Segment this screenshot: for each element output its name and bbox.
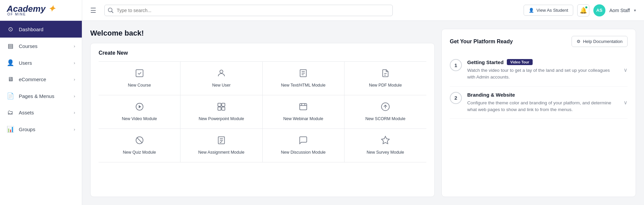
sidebar-item-label: Courses (19, 43, 38, 49)
notification-badge (585, 6, 588, 9)
step-2-number: 2 (450, 92, 462, 104)
sidebar: Academy ✦ OF MINE ⊙ Dashboard ▤ Courses … (0, 0, 82, 205)
step-2-desc: Configure the theme color and branding o… (467, 100, 618, 113)
help-doc-label: Help Documentation (583, 39, 623, 44)
svg-line-20 (137, 138, 142, 143)
sidebar-item-pages-menus[interactable]: 📄 Pages & Menus › (0, 88, 82, 104)
sidebar-item-label: eCommerce (19, 76, 46, 82)
welcome-title: Welcome back! (90, 29, 435, 38)
step-1-content: Getting Started Video Tour Watch the vid… (467, 59, 618, 81)
step-1-chevron-icon[interactable]: ∨ (624, 67, 628, 73)
new-text-html-icon (299, 68, 308, 79)
svg-rect-14 (300, 104, 307, 110)
new-scorm-icon (381, 102, 390, 113)
sidebar-item-label: Groups (19, 126, 35, 132)
sidebar-item-groups[interactable]: 📊 Groups › (0, 121, 82, 138)
new-pdf-label: New PDF Module (369, 83, 402, 88)
new-discussion-label: New Discussion Module (281, 150, 325, 155)
courses-icon: ▤ (7, 42, 14, 50)
groups-icon: 📊 (7, 125, 14, 133)
create-grid: New Course New User New Text/HTML Module (99, 62, 426, 162)
sidebar-nav: ⊙ Dashboard ▤ Courses › 👤 Users › 🖥 eCom… (0, 21, 82, 205)
step-2-content: Branding & Website Configure the theme c… (467, 92, 618, 113)
video-tour-badge: Video Tour (507, 59, 532, 65)
platform-panel: Get Your Platform Ready ⚙ Help Documenta… (441, 29, 636, 197)
new-pdf-icon (381, 68, 390, 79)
new-assignment-label: New Assignment Module (198, 150, 245, 155)
new-discussion-button[interactable]: New Discussion Module (263, 129, 344, 162)
create-panel-title: Create New (99, 50, 426, 56)
new-course-icon (135, 68, 144, 79)
new-webinar-button[interactable]: New Webinar Module (263, 95, 344, 129)
chevron-right-icon: › (74, 94, 75, 99)
logo-text: Academy ✦ (7, 4, 55, 13)
sidebar-item-label: Dashboard (19, 27, 43, 32)
new-powerpoint-label: New Powerpoint Module (199, 116, 244, 121)
topbar-right: 👤 View As Student 🔔 AS Aom Staff ▾ (524, 4, 636, 16)
step-1-title-row: Getting Started Video Tour (467, 59, 618, 65)
new-scorm-label: New SCORM Module (365, 116, 405, 121)
step-2: 2 Branding & Website Configure the theme… (450, 87, 628, 119)
svg-rect-0 (136, 70, 143, 77)
step-2-title-row: Branding & Website (467, 92, 618, 98)
sidebar-item-label: Assets (19, 110, 34, 115)
user-name[interactable]: Aom Staff (609, 8, 630, 13)
new-quiz-icon (135, 136, 144, 146)
chevron-right-icon: › (74, 77, 75, 82)
user-circle-icon: 👤 (529, 8, 534, 13)
new-webinar-icon (299, 102, 308, 113)
new-survey-button[interactable]: New Survey Module (344, 129, 426, 162)
new-course-label: New Course (128, 83, 151, 88)
pages-icon: 📄 (7, 92, 14, 100)
create-panel: Create New New Course New User (90, 43, 435, 197)
user-chevron-icon[interactable]: ▾ (634, 8, 636, 13)
sidebar-item-label: Pages & Menus (19, 93, 54, 99)
svg-rect-12 (218, 107, 221, 110)
avatar-initials: AS (596, 8, 602, 13)
step-2-chevron-icon[interactable]: ∨ (624, 99, 628, 106)
svg-point-1 (220, 70, 223, 73)
chevron-right-icon: › (74, 44, 75, 49)
help-documentation-button[interactable]: ⚙ Help Documentation (572, 36, 628, 47)
help-icon: ⚙ (577, 39, 581, 44)
new-video-button[interactable]: New Video Module (99, 95, 180, 129)
platform-panel-title: Get Your Platform Ready (450, 39, 513, 45)
new-text-html-button[interactable]: New Text/HTML Module (263, 62, 344, 95)
new-powerpoint-button[interactable]: New Powerpoint Module (180, 95, 262, 129)
view-as-student-button[interactable]: 👤 View As Student (524, 5, 573, 16)
svg-rect-10 (218, 103, 221, 106)
sidebar-item-courses[interactable]: ▤ Courses › (0, 38, 82, 54)
main-area: ☰ 👤 View As Student 🔔 AS Aom Staff ▾ Wel… (82, 0, 644, 205)
dashboard-icon: ⊙ (7, 25, 14, 33)
new-course-button[interactable]: New Course (99, 62, 180, 95)
new-survey-label: New Survey Module (367, 150, 404, 155)
new-assignment-button[interactable]: New Assignment Module (180, 129, 262, 162)
new-survey-icon (381, 136, 390, 146)
new-user-button[interactable]: New User (180, 62, 262, 95)
sidebar-item-ecommerce[interactable]: 🖥 eCommerce › (0, 71, 82, 88)
content: Welcome back! Create New New Course (82, 21, 644, 205)
sidebar-item-dashboard[interactable]: ⊙ Dashboard (0, 21, 82, 38)
new-powerpoint-icon (217, 102, 226, 113)
new-video-label: New Video Module (122, 116, 157, 121)
step-2-title: Branding & Website (467, 92, 515, 98)
new-user-icon (217, 68, 226, 79)
hamburger-icon[interactable]: ☰ (90, 6, 96, 14)
new-quiz-button[interactable]: New Quiz Module (99, 129, 180, 162)
step-1-desc: Watch the video tour to get a lay of the… (467, 67, 618, 81)
view-student-label: View As Student (536, 8, 568, 13)
logo: Academy ✦ OF MINE (0, 0, 82, 21)
chevron-right-icon: › (74, 127, 75, 132)
step-1: 1 Getting Started Video Tour Watch the v… (450, 54, 628, 87)
avatar[interactable]: AS (593, 4, 605, 16)
sidebar-item-users[interactable]: 👤 Users › (0, 54, 82, 71)
chevron-right-icon: › (74, 110, 75, 115)
notifications-button[interactable]: 🔔 (577, 4, 589, 16)
step-1-title: Getting Started (467, 59, 503, 65)
svg-marker-24 (381, 137, 389, 144)
new-pdf-button[interactable]: New PDF Module (344, 62, 426, 95)
sidebar-item-assets[interactable]: 🗂 Assets › (0, 104, 82, 121)
chevron-right-icon: › (74, 60, 75, 65)
new-scorm-button[interactable]: New SCORM Module (344, 95, 426, 129)
search-input[interactable] (104, 5, 393, 16)
